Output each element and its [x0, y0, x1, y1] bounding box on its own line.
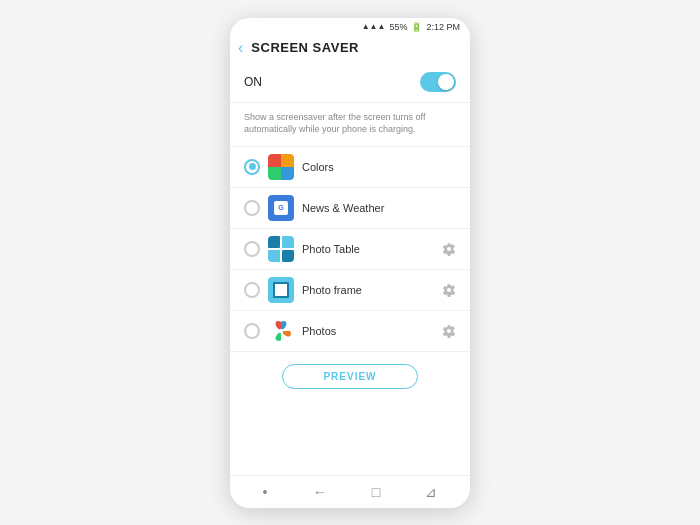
- option-news-weather[interactable]: G News & Weather: [230, 188, 470, 229]
- nav-recents[interactable]: ⊿: [425, 484, 437, 500]
- gear-icon-photo-frame[interactable]: [442, 283, 456, 297]
- nav-home[interactable]: □: [372, 484, 380, 500]
- radio-photo-table[interactable]: [244, 241, 260, 257]
- toggle-knob: [438, 74, 454, 90]
- nav-back[interactable]: ←: [313, 484, 327, 500]
- radio-colors[interactable]: [244, 159, 260, 175]
- option-colors-label: Colors: [302, 161, 456, 173]
- nav-dot[interactable]: •: [263, 484, 268, 500]
- battery-percent: 55%: [389, 22, 407, 32]
- option-photos[interactable]: Photos: [230, 311, 470, 352]
- colors-icon: [268, 154, 294, 180]
- option-photo-frame[interactable]: Photo frame: [230, 270, 470, 311]
- content-area: ON Show a screensaver after the screen t…: [230, 62, 470, 475]
- option-photo-table-label: Photo Table: [302, 243, 442, 255]
- phone-screen: ▲▲▲ 55% 🔋 2:12 PM ‹ SCREEN SAVER ON Show…: [230, 18, 470, 508]
- option-photo-table[interactable]: Photo Table: [230, 229, 470, 270]
- description-text: Show a screensaver after the screen turn…: [230, 103, 470, 147]
- option-colors[interactable]: Colors: [230, 147, 470, 188]
- status-bar: ▲▲▲ 55% 🔋 2:12 PM: [230, 18, 470, 34]
- preview-button-container: PREVIEW: [230, 352, 470, 397]
- option-photo-frame-label: Photo frame: [302, 284, 442, 296]
- nav-bar: • ← □ ⊿: [230, 475, 470, 508]
- on-label: ON: [244, 75, 262, 89]
- svg-point-0: [279, 328, 284, 333]
- time: 2:12 PM: [426, 22, 460, 32]
- screensaver-options-list: Colors G News & Weather: [230, 147, 470, 352]
- on-row: ON: [230, 62, 470, 103]
- preview-button[interactable]: PREVIEW: [282, 364, 417, 389]
- photos-icon: [268, 318, 294, 344]
- photo-table-icon: [268, 236, 294, 262]
- photo-frame-icon: [268, 277, 294, 303]
- radio-news-weather[interactable]: [244, 200, 260, 216]
- option-photos-label: Photos: [302, 325, 442, 337]
- header: ‹ SCREEN SAVER: [230, 34, 470, 62]
- option-news-weather-label: News & Weather: [302, 202, 456, 214]
- news-weather-icon: G: [268, 195, 294, 221]
- battery-icon: 🔋: [411, 22, 422, 32]
- radio-photo-frame[interactable]: [244, 282, 260, 298]
- gear-icon-photos[interactable]: [442, 324, 456, 338]
- gear-icon-photo-table[interactable]: [442, 242, 456, 256]
- page-title: SCREEN SAVER: [251, 40, 359, 55]
- back-button[interactable]: ‹: [238, 40, 243, 56]
- signal-icon: ▲▲▲: [362, 22, 386, 31]
- on-toggle[interactable]: [420, 72, 456, 92]
- radio-photos[interactable]: [244, 323, 260, 339]
